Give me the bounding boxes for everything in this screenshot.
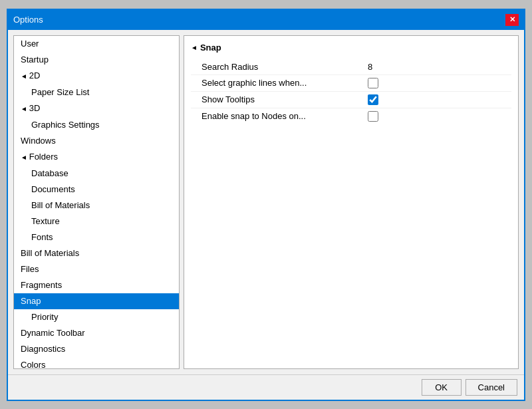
- tree-panel: UserStartup2DPaper Size List3DGraphics S…: [13, 35, 180, 369]
- title-bar: Options ✕: [8, 10, 524, 30]
- cancel-button[interactable]: Cancel: [466, 379, 517, 396]
- snap-row-search-radius: Search Radius8: [191, 59, 511, 75]
- sidebar-item-fragments[interactable]: Fragments: [14, 277, 179, 293]
- snap-checkbox-show-tooltips[interactable]: [368, 94, 378, 105]
- content-panel: Snap Search Radius8Select graphic lines …: [184, 35, 519, 369]
- snap-label-show-tooltips: Show Tooltips: [201, 94, 368, 104]
- sidebar-item-bill-of-materials-sub[interactable]: Bill of Materials: [14, 198, 179, 213]
- snap-value-enable-snap: [368, 111, 501, 122]
- snap-label-enable-snap: Enable snap to Nodes on...: [201, 111, 368, 121]
- snap-value-select-graphic: [368, 78, 501, 88]
- sidebar-item-snap[interactable]: Snap: [14, 293, 179, 309]
- snap-row-select-graphic: Select graphic lines when...: [191, 75, 511, 92]
- sidebar-item-graphics-settings[interactable]: Graphics Settings: [14, 117, 179, 133]
- sidebar-item-fonts[interactable]: Fonts: [14, 229, 179, 245]
- sidebar-item-windows[interactable]: Windows: [14, 133, 179, 149]
- sidebar-item-database[interactable]: Database: [14, 166, 179, 182]
- sidebar-item-2d[interactable]: 2D: [14, 68, 179, 84]
- dialog-body: UserStartup2DPaper Size List3DGraphics S…: [8, 30, 524, 374]
- snap-row-enable-snap: Enable snap to Nodes on...: [191, 108, 511, 124]
- sidebar-item-files[interactable]: Files: [14, 261, 179, 277]
- sidebar-item-paper-size-list[interactable]: Paper Size List: [14, 84, 179, 100]
- sidebar-item-user[interactable]: User: [14, 36, 179, 52]
- sidebar-item-diagnostics[interactable]: Diagnostics: [14, 341, 179, 357]
- sidebar-item-bill-of-materials[interactable]: Bill of Materials: [14, 245, 179, 261]
- snap-checkbox-enable-snap[interactable]: [368, 111, 378, 122]
- snap-text-search-radius: 8: [368, 62, 372, 72]
- sidebar-item-priority[interactable]: Priority: [14, 309, 179, 325]
- section-header: Snap: [191, 43, 511, 53]
- dialog-footer: OK Cancel: [8, 374, 524, 400]
- snap-rows: Search Radius8Select graphic lines when.…: [191, 59, 511, 124]
- sidebar-item-startup[interactable]: Startup: [14, 52, 179, 68]
- sidebar-item-colors[interactable]: Colors: [14, 357, 179, 369]
- snap-checkbox-select-graphic[interactable]: [368, 78, 378, 88]
- sidebar-item-folders[interactable]: Folders: [14, 149, 179, 166]
- snap-row-show-tooltips: Show Tooltips: [191, 92, 511, 108]
- snap-label-search-radius: Search Radius: [201, 62, 368, 72]
- sidebar-item-documents[interactable]: Documents: [14, 182, 179, 198]
- snap-value-search-radius: 8: [368, 62, 501, 72]
- dialog-title: Options: [13, 15, 43, 25]
- snap-value-show-tooltips: [368, 94, 501, 105]
- close-button[interactable]: ✕: [505, 14, 519, 26]
- options-dialog: Options ✕ UserStartup2DPaper Size List3D…: [7, 9, 525, 401]
- ok-button[interactable]: OK: [422, 379, 462, 396]
- sidebar-item-dynamic-toolbar[interactable]: Dynamic Toolbar: [14, 325, 179, 341]
- sidebar-item-3d[interactable]: 3D: [14, 100, 179, 117]
- sidebar-item-texture[interactable]: Texture: [14, 213, 179, 229]
- snap-label-select-graphic: Select graphic lines when...: [201, 78, 368, 88]
